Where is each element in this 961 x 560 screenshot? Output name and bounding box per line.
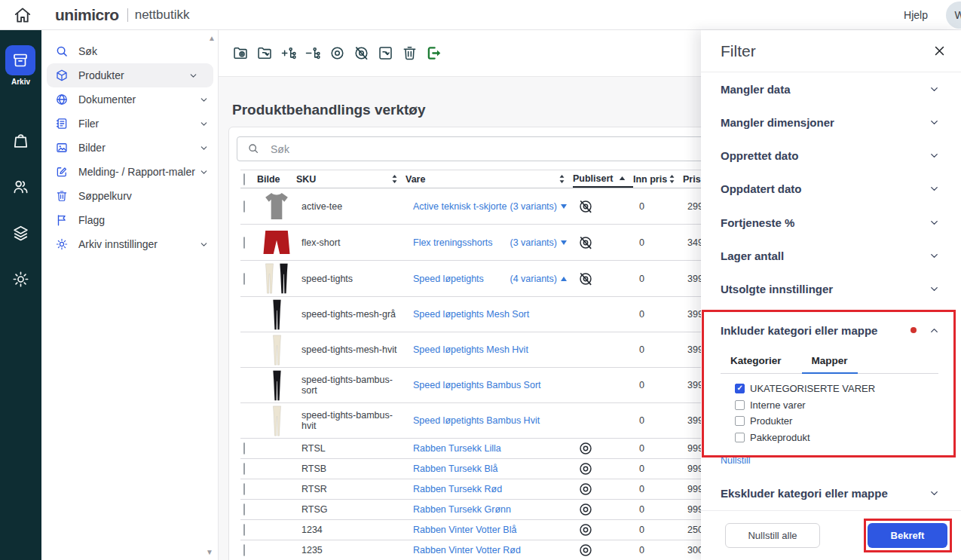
row-checkbox[interactable] (243, 524, 245, 536)
option-pakkeprodukt[interactable]: Pakkeprodukt (735, 429, 961, 445)
product-link[interactable]: Speed løpetights Mesh Hvit (413, 344, 528, 355)
sidebar-item-label: Melding- / Rapport-maler (78, 166, 195, 178)
product-link[interactable]: Rabben Vinter Votter Rød (413, 545, 521, 555)
col-header-sku[interactable]: SKU (296, 170, 406, 188)
include-section-header[interactable]: Inkluder kategori eller mappe (701, 314, 961, 347)
product-link[interactable]: Active teknisk t-skjorte (413, 201, 507, 212)
users-icon (11, 177, 30, 196)
filter-section-opprettet-dato[interactable]: Opprettet dato (701, 139, 961, 173)
col-header-publisert[interactable]: Publisert (573, 170, 633, 188)
move-to-folder-button[interactable] (256, 44, 274, 62)
nav-rail-item-settings[interactable] (11, 270, 30, 289)
sidebar-menu: Søk Produkter Dokumenter Filer Bilder Me… (41, 39, 219, 256)
nav-rail-item-customers[interactable] (11, 177, 30, 196)
option-ukategoriserte-varer[interactable]: UKATEGORISERTE VARER (735, 381, 961, 397)
eye-off-icon (577, 234, 594, 251)
trash-icon (401, 44, 418, 62)
sidebar-scroll-down[interactable]: ▼ (206, 549, 213, 556)
sidebar-item-dokumenter[interactable]: Dokumenter (41, 87, 219, 112)
sku-cell: RTSR (296, 484, 406, 494)
globe-icon (55, 93, 69, 106)
product-image-tights-pair (257, 262, 296, 295)
row-checkbox[interactable] (243, 237, 245, 249)
product-link[interactable]: Rabben Tursekk Lilla (413, 443, 501, 454)
triangle-down-icon (561, 204, 567, 209)
product-link[interactable]: Speed løpetights (413, 274, 484, 284)
filter-section-lager-antall[interactable]: Lager antall (701, 239, 961, 272)
product-link[interactable]: Speed løpetights Bambus Sort (413, 380, 541, 390)
close-icon[interactable] (933, 44, 946, 57)
tab-kategorier[interactable]: Kategorier (721, 350, 791, 373)
inn-pris-cell: 0 (633, 415, 683, 426)
home-button[interactable] (13, 5, 32, 25)
checkbox-checked[interactable] (735, 384, 745, 393)
product-link[interactable]: Rabben Tursekk Rød (413, 484, 502, 494)
option-produkter[interactable]: Produkter (735, 413, 961, 430)
checkbox[interactable] (735, 433, 745, 442)
branch-plus-icon (280, 44, 298, 62)
filter-section-utsolgte[interactable]: Utsolgte innstillinger (701, 273, 961, 306)
filter-section-mangler-data[interactable]: Mangler data (701, 72, 961, 106)
filter-section-mangler-dimensjoner[interactable]: Mangler dimensjoner (701, 106, 961, 139)
publish-button[interactable] (329, 44, 346, 62)
variants-toggle[interactable]: (3 variants) (510, 237, 567, 248)
nav-rail-item-modules[interactable] (11, 224, 30, 243)
row-checkbox[interactable] (243, 273, 245, 285)
row-checkbox[interactable] (243, 503, 245, 516)
row-checkbox[interactable] (243, 200, 245, 213)
row-checkbox[interactable] (243, 483, 245, 495)
tab-mapper[interactable]: Mapper (802, 350, 858, 374)
col-header-vare[interactable]: Vare (406, 170, 573, 188)
checkbox[interactable] (735, 416, 745, 426)
filter-section-ekskluder-kategori[interactable]: Ekskluder kategori eller mappe (701, 477, 961, 510)
product-link[interactable]: Flex treningsshorts (413, 237, 493, 248)
sidebar-item-produkter[interactable]: Produkter (47, 63, 213, 87)
product-link[interactable]: Speed løpetights Bambus Hvit (413, 415, 540, 426)
nav-rail-item-shop[interactable] (11, 131, 30, 150)
chevron-down-icon (929, 150, 940, 161)
product-link[interactable]: Rabben Tursekk Grønn (413, 504, 511, 515)
col-header-inn-pris[interactable]: Inn pris (633, 170, 683, 188)
row-checkbox[interactable] (243, 442, 245, 454)
sidebar-item-flagg[interactable]: Flagg (41, 208, 219, 232)
product-link[interactable]: Speed løpetights Mesh Sort (413, 309, 529, 320)
unpublish-button[interactable] (353, 44, 370, 62)
row-checkbox[interactable] (243, 544, 245, 556)
product-link[interactable]: Rabben Vinter Votter Blå (413, 525, 516, 535)
include-tabs: Kategorier Mapper (721, 350, 938, 374)
nullstill-alle-button[interactable]: Nullstill alle (725, 523, 820, 548)
help-link[interactable]: Hjelp (904, 9, 928, 21)
product-link[interactable]: Rabben Tursekk Blå (413, 464, 498, 474)
row-checkbox[interactable] (243, 463, 245, 475)
remove-from-category-button[interactable] (305, 44, 322, 62)
sku-cell: speed-tights (296, 274, 406, 284)
delete-button[interactable] (401, 44, 418, 62)
select-all-checkbox[interactable] (243, 173, 245, 185)
inn-pris-cell: 0 (633, 545, 683, 555)
nav-rail-item-arkiv[interactable] (5, 45, 35, 75)
sidebar-item-sok[interactable]: Søk (41, 39, 219, 63)
filter-section-fortjeneste[interactable]: Fortjeneste % (701, 206, 961, 239)
inn-pris-cell: 0 (633, 344, 683, 355)
variants-toggle[interactable]: (3 variants) (510, 201, 567, 212)
filter-section-oppdatert-dato[interactable]: Oppdatert dato (701, 173, 961, 206)
bekreft-button[interactable]: Bekreft (868, 523, 947, 548)
sidebar-item-filer[interactable]: Filer (41, 112, 219, 136)
sku-cell: 1234 (296, 525, 406, 535)
nullstill-link[interactable]: Nullstill (721, 455, 751, 466)
user-avatar[interactable]: W (946, 2, 961, 29)
eye-off-icon (577, 271, 594, 287)
sidebar-item-maler[interactable]: Melding- / Rapport-maler (41, 160, 219, 184)
add-folder-button[interactable] (232, 44, 249, 62)
add-to-category-button[interactable] (280, 44, 298, 62)
variants-toggle[interactable]: (4 variants) (510, 274, 567, 284)
sidebar-item-bilder[interactable]: Bilder (41, 136, 219, 160)
branch-minus-icon (305, 44, 322, 62)
export-button[interactable] (425, 44, 442, 62)
checkbox[interactable] (735, 400, 745, 410)
move-page-button[interactable] (377, 44, 394, 62)
sidebar-item-soppelkurv[interactable]: Søppelkurv (41, 184, 219, 208)
option-interne-varer[interactable]: Interne varer (735, 396, 961, 413)
inn-pris-cell: 0 (633, 525, 683, 535)
sidebar-item-arkiv-innstillinger[interactable]: Arkiv innstillinger (41, 232, 219, 256)
